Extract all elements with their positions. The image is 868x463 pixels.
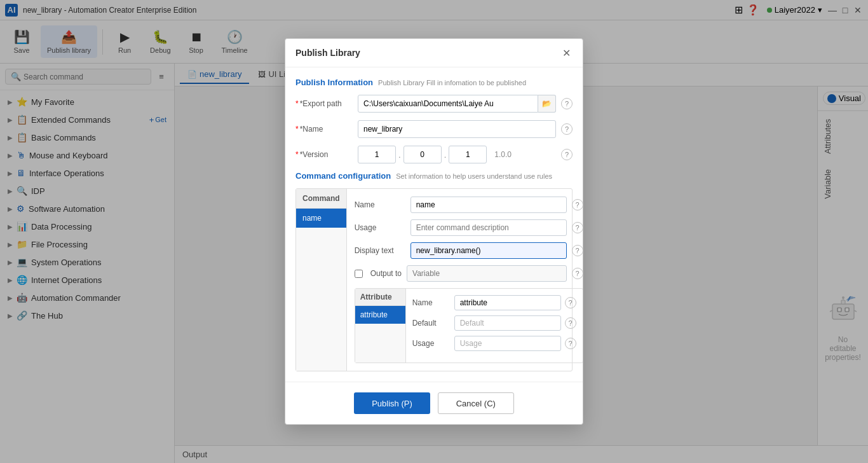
modal-close-button[interactable]: ✕ [560, 46, 573, 59]
cmd-name-input[interactable] [410, 197, 567, 213]
version-sep-2: . [444, 150, 447, 160]
attribute-list: Attribute attribute [355, 289, 406, 363]
attr-name-input[interactable] [454, 295, 561, 310]
cmd-config-desc: Set information to help users understand… [396, 172, 552, 180]
version-minor-input[interactable] [403, 146, 442, 163]
modal-overlay: Publish Library ✕ Publish Information Pu… [0, 0, 868, 463]
attr-name-row: Name ? [412, 295, 576, 310]
attribute-detail: Name ? Default ? [406, 289, 583, 363]
name-label: *Name [295, 125, 353, 134]
attr-usage-help-icon[interactable]: ? [565, 338, 576, 349]
publish-info-label: Publish Information [295, 78, 373, 87]
cmd-layout: Command name Name ? Usage [296, 189, 572, 371]
export-path-label: *Export path [295, 99, 353, 108]
cmd-display-text-help-icon[interactable]: ? [572, 245, 583, 256]
attr-usage-row: Usage ? [412, 336, 576, 351]
modal-title: Publish Library [295, 48, 360, 58]
version-inputs: . . 1.0.0 [358, 146, 556, 163]
version-major-input[interactable] [358, 146, 396, 163]
export-path-input[interactable] [358, 95, 538, 113]
publish-button[interactable]: Publish (P) [354, 392, 430, 414]
cmd-display-text-input[interactable] [410, 242, 567, 259]
publish-info-section-header: Publish Information Publish Library Fill… [295, 78, 573, 87]
command-col-header: Command [296, 189, 346, 209]
cmd-usage-input[interactable] [410, 219, 567, 236]
output-to-input[interactable] [407, 265, 567, 282]
attr-default-help-icon[interactable]: ? [565, 317, 576, 329]
attribute-col-header: Attribute [355, 289, 405, 306]
command-list: Command name [296, 189, 347, 371]
publish-info-desc: Publish Library Fill in infomation to be… [378, 79, 526, 86]
modal-header: Publish Library ✕ [285, 39, 583, 67]
attr-usage-input[interactable] [454, 336, 561, 351]
attr-layout: Attribute attribute Name ? [355, 289, 583, 363]
attribute-item[interactable]: attribute [355, 306, 405, 324]
version-row: *Version . . 1.0.0 ? [295, 146, 573, 163]
name-input[interactable] [358, 120, 556, 138]
modal-body: Publish Information Publish Library Fill… [285, 67, 583, 382]
output-to-label: Output to [370, 269, 402, 278]
attr-default-row: Default ? [412, 315, 576, 331]
cmd-usage-help-icon[interactable]: ? [572, 222, 583, 233]
cmd-config-section-header: Command configuration Set information to… [295, 171, 573, 181]
name-help-icon[interactable]: ? [561, 123, 573, 135]
cmd-usage-label: Usage [355, 223, 405, 232]
cmd-output-row: Output to ? [355, 265, 583, 282]
attribute-section: Attribute attribute Name ? [355, 288, 583, 363]
version-help-icon[interactable]: ? [561, 149, 573, 160]
cancel-button[interactable]: Cancel (C) [438, 392, 514, 414]
cmd-config-header: Command configuration Set information to… [295, 171, 573, 181]
attr-default-input[interactable] [454, 315, 561, 331]
export-path-row: *Export path 📂 ? [295, 95, 573, 113]
cmd-display-text-row: Display text ? [355, 242, 583, 259]
browse-button[interactable]: 📂 [538, 95, 556, 113]
command-detail: Name ? Usage ? Display text [347, 189, 583, 371]
command-config-section: Command name Name ? Usage [295, 188, 573, 371]
cmd-name-help-icon[interactable]: ? [572, 199, 583, 211]
version-label: *Version [295, 150, 353, 159]
cmd-usage-row: Usage ? [355, 219, 583, 236]
attr-usage-label: Usage [412, 339, 451, 348]
path-input-group: 📂 [358, 95, 556, 113]
version-sep-1: . [398, 150, 401, 160]
command-item-name[interactable]: name [296, 209, 346, 228]
output-to-checkbox[interactable] [355, 270, 363, 278]
version-patch-input[interactable] [449, 146, 487, 163]
attr-name-help-icon[interactable]: ? [565, 297, 576, 308]
cmd-name-row: Name ? [355, 197, 583, 213]
attr-default-label: Default [412, 319, 451, 328]
version-display: 1.0.0 [494, 150, 512, 159]
attr-name-label: Name [412, 298, 451, 307]
publish-library-modal: Publish Library ✕ Publish Information Pu… [285, 38, 583, 425]
export-path-help-icon[interactable]: ? [561, 98, 573, 109]
output-to-help-icon[interactable]: ? [572, 268, 583, 279]
name-row: *Name ? [295, 120, 573, 138]
cmd-name-label: Name [355, 200, 405, 209]
cmd-display-text-label: Display text [355, 246, 405, 255]
modal-footer: Publish (P) Cancel (C) [285, 382, 583, 424]
cmd-config-label: Command configuration [295, 171, 391, 181]
